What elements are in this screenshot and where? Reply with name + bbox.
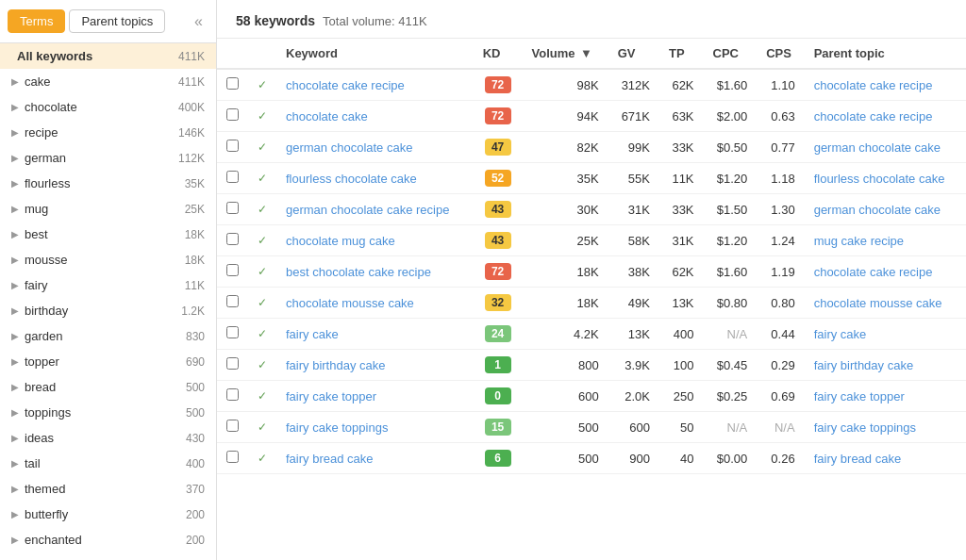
main-content: 58 keywords Total volume: 411K Keyword K… bbox=[217, 0, 966, 560]
collapse-button[interactable]: « bbox=[189, 11, 208, 32]
sidebar-item[interactable]: ▶ tail 400 bbox=[0, 451, 216, 476]
parent-topic-cell[interactable]: fairy bread cake bbox=[805, 443, 966, 474]
row-checkbox[interactable] bbox=[226, 388, 239, 401]
sidebar-item[interactable]: ▶ flourless 35K bbox=[0, 171, 216, 196]
sidebar-item[interactable]: All keywords 411K bbox=[0, 43, 216, 69]
col-header-gv[interactable]: GV bbox=[608, 39, 659, 69]
sidebar-item[interactable]: ▶ mug 25K bbox=[0, 196, 216, 222]
keyword-cell[interactable]: chocolate cake bbox=[276, 101, 474, 132]
col-header-cpc[interactable]: CPC bbox=[704, 39, 758, 69]
tp-cell: 31K bbox=[659, 225, 704, 256]
sidebar-item[interactable]: ▶ topper 690 bbox=[0, 349, 216, 374]
sidebar-item[interactable]: ▶ birthday 1.2K bbox=[0, 298, 216, 323]
row-checkbox-cell bbox=[217, 163, 248, 194]
keyword-cell[interactable]: flourless chocolate cake bbox=[276, 163, 474, 194]
parent-topic-cell[interactable]: chocolate cake recipe bbox=[805, 101, 966, 132]
verify-checkmark: ✓ bbox=[258, 234, 267, 247]
sidebar-item-label: bread bbox=[25, 380, 186, 394]
parent-topic-cell[interactable]: chocolate cake recipe bbox=[805, 69, 966, 101]
keyword-cell[interactable]: fairy birthday cake bbox=[276, 350, 474, 381]
tab-terms[interactable]: Terms bbox=[8, 9, 65, 33]
sidebar-item[interactable]: ▶ ideas 430 bbox=[0, 425, 216, 451]
volume-cell: 30K bbox=[523, 194, 608, 225]
keyword-cell[interactable]: best chocolate cake recipe bbox=[276, 256, 474, 288]
parent-topic-cell[interactable]: german chocolate cake bbox=[805, 132, 966, 163]
sidebar-item[interactable]: ▶ fairy 11K bbox=[0, 272, 216, 298]
sidebar-item[interactable]: ▶ toppings 500 bbox=[0, 400, 216, 425]
row-checkbox[interactable] bbox=[226, 357, 239, 370]
keyword-cell[interactable]: german chocolate cake bbox=[276, 132, 474, 163]
col-header-verify bbox=[248, 39, 276, 69]
row-checkbox[interactable] bbox=[226, 420, 239, 432]
sidebar-item[interactable]: ▶ cake 411K bbox=[0, 69, 216, 94]
parent-topic-cell[interactable]: chocolate mousse cake bbox=[805, 288, 966, 319]
row-verify-cell: ✓ bbox=[248, 256, 276, 288]
table-row: ✓ german chocolate cake 47 82K 99K 33K $… bbox=[217, 132, 966, 163]
parent-topic-cell[interactable]: fairy cake toppings bbox=[805, 412, 966, 443]
sidebar-item-label: flourless bbox=[25, 176, 185, 190]
row-checkbox[interactable] bbox=[226, 171, 239, 183]
tp-cell: 50 bbox=[659, 412, 704, 443]
col-header-volume[interactable]: Volume ▼ bbox=[523, 39, 608, 69]
table-header-row: Keyword KD Volume ▼ GV TP CPC CPS Parent… bbox=[217, 39, 966, 69]
parent-topic-cell[interactable]: flourless chocolate cake bbox=[805, 163, 966, 194]
row-checkbox[interactable] bbox=[226, 295, 239, 307]
cpc-cell: $0.00 bbox=[704, 443, 758, 474]
sidebar-item[interactable]: ▶ wedding 190 bbox=[0, 552, 216, 560]
keyword-cell[interactable]: fairy cake bbox=[276, 319, 474, 350]
row-checkbox[interactable] bbox=[226, 326, 239, 338]
cpc-value: $1.20 bbox=[717, 172, 748, 186]
sidebar-item[interactable]: ▶ best 18K bbox=[0, 222, 216, 247]
sidebar-item-count: 370 bbox=[186, 483, 205, 496]
parent-topic-cell[interactable]: german chocolate cake bbox=[805, 194, 966, 225]
tab-parent-topics[interactable]: Parent topics bbox=[69, 9, 165, 33]
sidebar-arrow: ▶ bbox=[11, 280, 19, 290]
parent-topic-cell[interactable]: mug cake recipe bbox=[805, 225, 966, 256]
keyword-cell[interactable]: fairy cake toppings bbox=[276, 412, 474, 443]
row-verify-cell: ✓ bbox=[248, 443, 276, 474]
sidebar-item-count: 11K bbox=[185, 279, 205, 292]
row-checkbox[interactable] bbox=[226, 233, 239, 245]
sidebar-item[interactable]: ▶ bread 500 bbox=[0, 374, 216, 400]
cpc-na: N/A bbox=[727, 327, 748, 341]
sidebar-item-label: recipe bbox=[25, 125, 178, 140]
row-checkbox[interactable] bbox=[226, 451, 239, 463]
sidebar-item[interactable]: ▶ german 112K bbox=[0, 145, 216, 171]
row-checkbox[interactable] bbox=[226, 140, 239, 152]
parent-topic-cell[interactable]: chocolate cake recipe bbox=[805, 256, 966, 288]
row-checkbox[interactable] bbox=[226, 264, 239, 276]
keyword-cell[interactable]: german chocolate cake recipe bbox=[276, 194, 474, 225]
col-header-keyword[interactable]: Keyword bbox=[276, 39, 474, 69]
tp-cell: 400 bbox=[659, 319, 704, 350]
sidebar-item[interactable]: ▶ chocolate 400K bbox=[0, 94, 216, 120]
sidebar-item[interactable]: ▶ enchanted 200 bbox=[0, 527, 216, 552]
tp-cell: 33K bbox=[659, 194, 704, 225]
table-row: ✓ chocolate cake recipe 72 98K 312K 62K … bbox=[217, 69, 966, 101]
row-checkbox-cell bbox=[217, 256, 248, 288]
col-header-tp[interactable]: TP bbox=[659, 39, 704, 69]
col-header-kd[interactable]: KD bbox=[474, 39, 523, 69]
keyword-cell[interactable]: fairy bread cake bbox=[276, 443, 474, 474]
row-checkbox-cell bbox=[217, 101, 248, 132]
sidebar-item[interactable]: ▶ butterfly 200 bbox=[0, 502, 216, 527]
row-checkbox[interactable] bbox=[226, 77, 239, 90]
keyword-cell[interactable]: chocolate mug cake bbox=[276, 225, 474, 256]
sidebar-item[interactable]: ▶ garden 830 bbox=[0, 323, 216, 349]
row-checkbox[interactable] bbox=[226, 108, 239, 121]
sidebar-item[interactable]: ▶ recipe 146K bbox=[0, 120, 216, 145]
col-header-parent-topic: Parent topic bbox=[805, 39, 966, 69]
keyword-cell[interactable]: chocolate cake recipe bbox=[276, 69, 474, 101]
gv-cell: 13K bbox=[608, 319, 659, 350]
cpc-cell: $0.50 bbox=[704, 132, 758, 163]
keyword-cell[interactable]: chocolate mousse cake bbox=[276, 288, 474, 319]
parent-topic-cell[interactable]: fairy birthday cake bbox=[805, 350, 966, 381]
cps-value: 1.30 bbox=[771, 203, 794, 217]
sidebar-item[interactable]: ▶ themed 370 bbox=[0, 476, 216, 502]
keyword-cell[interactable]: fairy cake topper bbox=[276, 381, 474, 412]
row-checkbox[interactable] bbox=[226, 202, 239, 214]
sidebar-item[interactable]: ▶ mousse 18K bbox=[0, 247, 216, 272]
parent-topic-cell[interactable]: fairy cake bbox=[805, 319, 966, 350]
col-header-cps[interactable]: CPS bbox=[757, 39, 804, 69]
kd-cell: 43 bbox=[474, 225, 523, 256]
parent-topic-cell[interactable]: fairy cake topper bbox=[805, 381, 966, 412]
